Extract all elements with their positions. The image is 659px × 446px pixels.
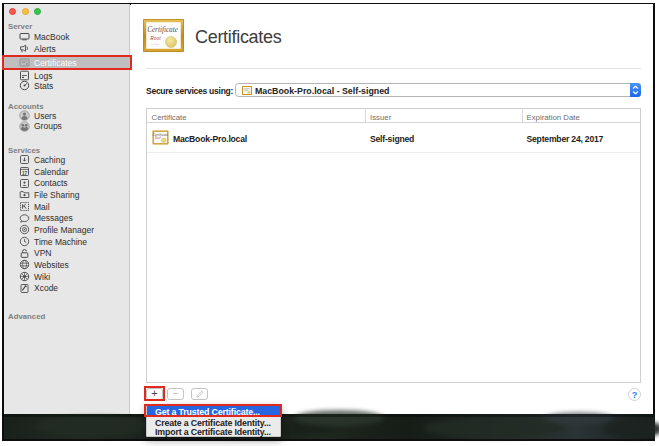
svg-text:Certificate: Certificate <box>147 26 179 34</box>
svg-text:17: 17 <box>22 171 28 176</box>
svg-text:—·—: —·— <box>150 41 160 46</box>
svg-text:Root: Root <box>154 136 161 140</box>
